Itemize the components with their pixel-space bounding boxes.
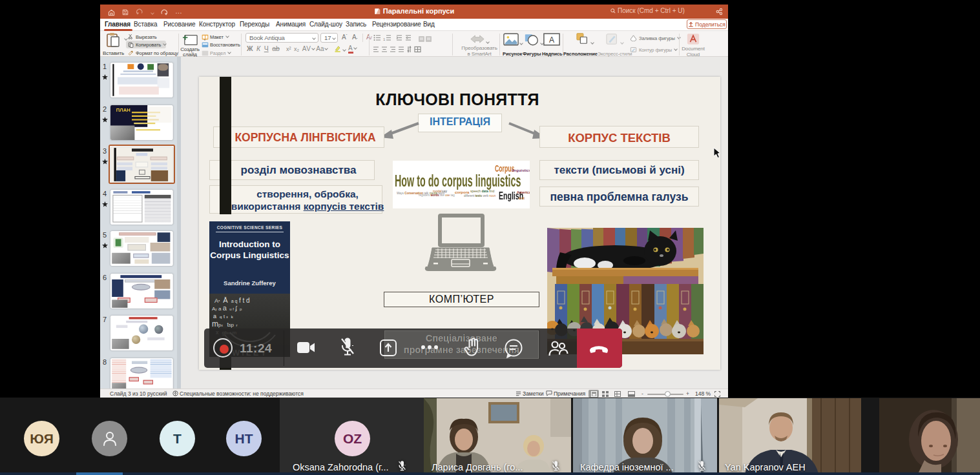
svg-text:1: 1: [383, 37, 386, 41]
svg-text:А: А: [549, 35, 555, 45]
